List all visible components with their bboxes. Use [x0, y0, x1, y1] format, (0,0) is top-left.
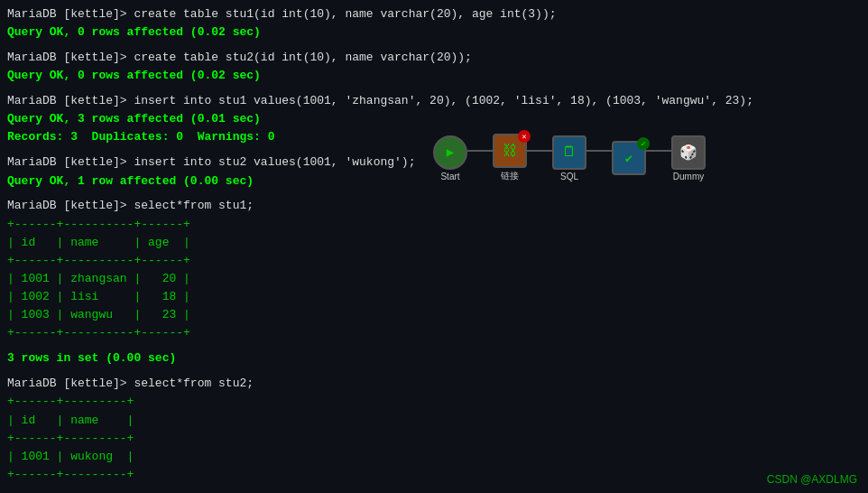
arrow-1: [467, 150, 493, 152]
terminal-line: +------+---------+: [7, 393, 861, 411]
wf-node-dummy: 🎲 Dummy: [671, 135, 706, 181]
watermark: CSDN @AXDLMG: [767, 473, 857, 486]
terminal-line: MariaDB [kettle]> select*from stu1;: [7, 197, 861, 215]
terminal-line: MariaDB [kettle]> select*from stu2;: [7, 375, 861, 393]
terminal-line: | 1002 | lisi | 18 |: [7, 288, 861, 306]
terminal-line: | id | name |: [7, 412, 861, 430]
terminal-line: +------+---------+: [7, 430, 861, 448]
link-error-badge: ✕: [518, 130, 531, 143]
terminal-line: Query OK, 0 rows affected (0.02 sec): [7, 23, 861, 42]
workflow-overlay: ▶ Start ✕ ⛓ 链接 🗒 SQL ✓ ✔ 🎲 Dummy: [433, 134, 706, 182]
terminal-line: [7, 368, 861, 376]
sql-check-badge: ✓: [637, 137, 650, 150]
arrow-3: [586, 150, 612, 152]
wf-node-sql: 🗒 SQL: [552, 135, 586, 181]
terminal-line: [7, 191, 861, 198]
terminal-line: | 1003 | wangwu | 23 |: [7, 306, 861, 324]
terminal-line: [7, 343, 861, 350]
start-icon: ▶: [433, 135, 467, 170]
terminal-line: +------+----------+------+: [7, 216, 861, 234]
arrow-4: [646, 150, 671, 152]
wf-node-start: ▶ Start: [433, 135, 467, 181]
wf-node-check: ✓ ✔: [612, 141, 646, 175]
terminal-content: MariaDB [kettle]> create table stu1(id i…: [7, 5, 861, 493]
terminal-line: [7, 484, 861, 491]
link-label: 链接: [501, 170, 519, 182]
terminal-line: | 1001 | wukong |: [7, 448, 861, 466]
terminal-line: +------+---------+: [7, 466, 861, 484]
wf-node-link: ✕ ⛓ 链接: [493, 134, 527, 182]
terminal-line: +------+----------+------+: [7, 324, 861, 342]
dummy-label: Dummy: [673, 172, 704, 181]
terminal-line: Query OK, 0 rows affected (0.02 sec): [7, 67, 861, 85]
terminal-line: MariaDB [kettle]> create table stu1(id i…: [7, 5, 861, 23]
terminal-line: Query OK, 3 rows affected (0.01 sec): [7, 110, 861, 128]
terminal-line: [7, 85, 861, 92]
start-label: Start: [440, 172, 459, 181]
sql-label: SQL: [560, 172, 578, 181]
terminal-line: 3 rows in set (0.00 sec): [7, 349, 861, 367]
dummy-icon: 🎲: [671, 135, 706, 170]
arrow-2: [527, 150, 552, 152]
terminal-line: | id | name | age |: [7, 234, 861, 252]
terminal-line: MariaDB [kettle]> insert into stu1 value…: [7, 92, 861, 110]
terminal: MariaDB [kettle]> create table stu1(id i…: [0, 0, 868, 493]
terminal-line: [7, 42, 861, 49]
terminal-line: +------+----------+------+: [7, 252, 861, 270]
sql-icon: 🗒: [552, 135, 586, 170]
terminal-line: | 1001 | zhangsan | 20 |: [7, 270, 861, 288]
terminal-line: MariaDB [kettle]> create table stu2(id i…: [7, 49, 861, 67]
